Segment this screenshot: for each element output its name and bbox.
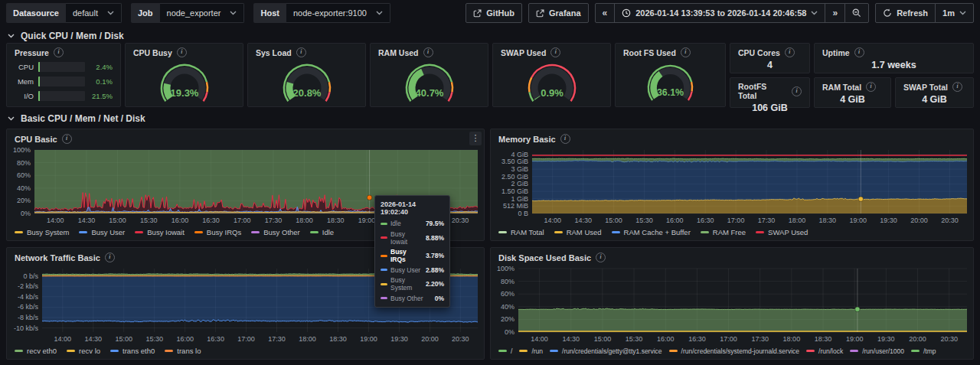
- variable-datasource-label: Datasource: [6, 3, 66, 23]
- info-icon[interactable]: i: [952, 82, 962, 92]
- legend-item[interactable]: RAM Total: [498, 228, 544, 236]
- svg-text:2.50 GiB: 2.50 GiB: [501, 173, 528, 181]
- legend-item[interactable]: RAM Used: [554, 228, 602, 236]
- legend-item[interactable]: RAM Free: [701, 228, 746, 236]
- svg-text:3.50 GiB: 3.50 GiB: [501, 158, 528, 165]
- info-icon[interactable]: i: [62, 134, 72, 144]
- info-icon[interactable]: i: [423, 47, 433, 57]
- info-icon[interactable]: i: [792, 86, 802, 96]
- panel-title: SWAP Total: [903, 83, 948, 92]
- refresh-interval-select[interactable]: 1m: [935, 3, 974, 23]
- section-quick-cpu-mem-disk[interactable]: Quick CPU / Mem / Disk: [8, 31, 124, 41]
- refresh-group: Refresh 1m: [875, 3, 974, 23]
- clock-icon: [622, 8, 631, 18]
- series-swatch: [554, 231, 563, 233]
- legend-item[interactable]: trans lo: [165, 347, 201, 355]
- svg-text:0.9%: 0.9%: [541, 87, 564, 99]
- svg-text:14:00: 14:00: [54, 335, 72, 343]
- info-icon[interactable]: i: [596, 253, 606, 262]
- series-swatch: [381, 236, 387, 239]
- chevron-down-icon: [107, 11, 114, 15]
- time-shift-back-button[interactable]: «: [595, 3, 616, 23]
- info-icon[interactable]: i: [177, 47, 187, 57]
- info-icon[interactable]: i: [560, 134, 570, 144]
- svg-text:0%: 0%: [21, 210, 31, 217]
- svg-text:16:30: 16:30: [697, 217, 714, 224]
- svg-text:0%: 0%: [505, 328, 514, 336]
- info-icon[interactable]: i: [854, 47, 864, 57]
- legend-item[interactable]: Busy User: [79, 228, 125, 236]
- legend-item[interactable]: /run: [519, 347, 543, 355]
- panel-title: RAM Used: [378, 48, 419, 57]
- legend-item[interactable]: Busy Other: [251, 228, 300, 236]
- variable-job-value[interactable]: node_exporter: [160, 3, 245, 23]
- variable-job: Job node_exporter: [131, 3, 245, 23]
- legend-item[interactable]: /run/user/1000: [850, 347, 904, 355]
- info-icon[interactable]: i: [681, 47, 691, 57]
- variable-host-value[interactable]: node-exporter:9100: [286, 3, 390, 23]
- svg-text:14:00: 14:00: [531, 335, 548, 343]
- svg-text:18:00: 18:00: [299, 335, 316, 343]
- disk-space-chart[interactable]: 0%20%40%60%80%100%14:0014:3015:0015:3016…: [492, 265, 972, 344]
- svg-text:16:30: 16:30: [688, 335, 706, 343]
- refresh-icon: [883, 8, 892, 18]
- refresh-button[interactable]: Refresh: [875, 3, 936, 23]
- panel-title: Pressure: [15, 48, 49, 57]
- series-swatch: [911, 350, 920, 352]
- legend-item[interactable]: /tmp: [911, 347, 936, 355]
- info-icon[interactable]: i: [105, 253, 115, 262]
- legend-item[interactable]: /run/credentials/getty@tty1.service: [550, 347, 662, 355]
- svg-text:17:30: 17:30: [751, 335, 769, 343]
- legend-item[interactable]: trans eth0: [110, 347, 155, 355]
- svg-text:20:30: 20:30: [452, 217, 469, 224]
- panel-title: RootFS Total: [738, 82, 787, 100]
- disk-space-legend: //run/run/credentials/getty@tty1.service…: [498, 345, 970, 357]
- series-swatch: [381, 223, 387, 225]
- grafana-link-button[interactable]: Grafana: [528, 3, 589, 23]
- svg-text:15:00: 15:00: [605, 217, 622, 224]
- panel-cpu-busy: CPU Busyi 19.3%: [125, 43, 243, 107]
- legend-item[interactable]: SWAP Used: [756, 228, 808, 236]
- sys-load-gauge: 20.8%: [248, 57, 365, 105]
- pressure-bar-io: [38, 91, 85, 101]
- info-icon[interactable]: i: [54, 47, 64, 57]
- svg-text:19:30: 19:30: [877, 335, 895, 343]
- legend-item[interactable]: recv lo: [67, 347, 100, 355]
- info-icon[interactable]: i: [550, 47, 560, 57]
- pressure-bar-mem: [38, 77, 85, 86]
- legend-item[interactable]: RAM Cache + Buffer: [612, 228, 691, 236]
- section-basic-cpu-mem-net-disk[interactable]: Basic CPU / Mem / Net / Disk: [8, 113, 145, 124]
- legend-item[interactable]: /run/credentials/systemd-journald.servic…: [669, 347, 799, 355]
- memory-basic-chart[interactable]: 0 B512 MiB1 GiB1.50 GiB2 GiB2.50 GiB3 Gi…: [492, 146, 972, 225]
- legend-item[interactable]: Idle: [310, 228, 334, 236]
- panel-pressure: Pressurei CPU 2.4% Mem 0.1% I/O 21.5%: [6, 43, 121, 107]
- legend-item[interactable]: Busy System: [15, 228, 69, 236]
- svg-text:40.7%: 40.7%: [415, 87, 443, 99]
- svg-text:18:30: 18:30: [815, 335, 832, 343]
- svg-text:0 B: 0 B: [518, 210, 528, 217]
- github-link-button[interactable]: GitHub: [466, 3, 522, 23]
- time-shift-forward-button[interactable]: »: [825, 3, 845, 23]
- legend-item[interactable]: Busy IRQs: [194, 228, 241, 236]
- legend-item[interactable]: /: [498, 347, 512, 355]
- variable-datasource-value[interactable]: default: [66, 3, 122, 23]
- svg-text:15:30: 15:30: [140, 217, 158, 224]
- series-swatch: [110, 350, 119, 352]
- svg-text:16:00: 16:00: [657, 335, 675, 343]
- time-range-picker[interactable]: 2026-01-14 13:39:53 to 2026-01-14 20:46:…: [614, 3, 825, 23]
- info-icon[interactable]: i: [296, 47, 306, 57]
- legend-item[interactable]: /run/lock: [806, 347, 843, 355]
- zoom-out-time-button[interactable]: [844, 3, 869, 23]
- series-swatch: [381, 283, 387, 285]
- panel-menu-kebab-icon[interactable]: ⋮: [469, 132, 482, 145]
- magnifier-minus-icon: [852, 8, 861, 18]
- legend-item[interactable]: recv eth0: [15, 347, 57, 355]
- uptime-value: 1.7 weeks: [815, 60, 973, 70]
- info-icon[interactable]: i: [785, 47, 795, 57]
- svg-text:19:00: 19:00: [360, 335, 377, 343]
- svg-text:16:00: 16:00: [176, 335, 194, 343]
- panel-title: Network Traffic Basic: [15, 253, 100, 262]
- svg-text:20:00: 20:00: [421, 335, 439, 343]
- legend-item[interactable]: Busy Iowait: [135, 228, 185, 236]
- info-icon[interactable]: i: [866, 82, 876, 92]
